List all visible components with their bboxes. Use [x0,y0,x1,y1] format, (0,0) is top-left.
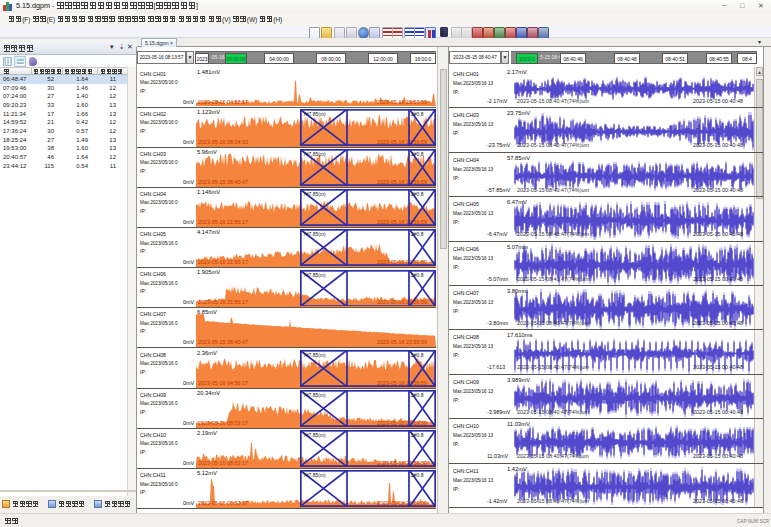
svg-text:2#0.8: 2#0.8 [411,152,424,158]
svg-text:7#7.85(m): 7#7.85(m) [303,111,326,117]
svg-text:7#7.85(m): 7#7.85(m) [303,232,326,238]
svg-text:2#0.8: 2#0.8 [411,433,424,439]
svg-text:7#7.85(m): 7#7.85(m) [303,352,326,358]
svg-text:7#7.85(m): 7#7.85(m) [303,473,326,479]
svg-text:7#7.85(m): 7#7.85(m) [303,392,326,398]
svg-text:7#7.85(m): 7#7.85(m) [303,152,326,158]
svg-text:2#0.8: 2#0.8 [411,392,424,398]
svg-text:7#7.85(m): 7#7.85(m) [303,272,326,278]
svg-text:2#0.8: 2#0.8 [411,352,424,358]
svg-text:2#0.8: 2#0.8 [411,272,424,278]
svg-text:2#0.8: 2#0.8 [411,473,424,479]
svg-text:2#0.8: 2#0.8 [411,192,424,198]
svg-text:7#7.85(m): 7#7.85(m) [303,192,326,198]
svg-text:7#7.85(m): 7#7.85(m) [303,433,326,439]
svg-text:2#0.8: 2#0.8 [411,232,424,238]
svg-text:2#0.8: 2#0.8 [411,111,424,117]
